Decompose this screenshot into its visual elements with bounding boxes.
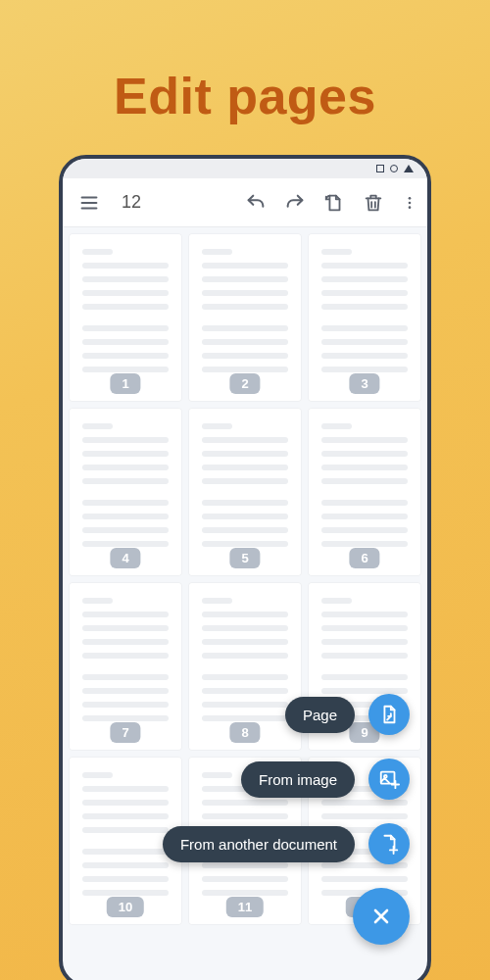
- add-from-document-label: From another document: [163, 826, 355, 862]
- fab-speed-dial: Page From image From another document: [163, 694, 410, 945]
- page-thumb[interactable]: 5: [188, 408, 302, 576]
- svg-point-6: [409, 201, 412, 204]
- menu-icon[interactable]: [78, 192, 100, 214]
- page-thumb[interactable]: 3: [308, 233, 421, 402]
- page-number: 7: [110, 722, 140, 743]
- page-thumb[interactable]: 1: [69, 233, 182, 402]
- page-thumb[interactable]: 6: [308, 408, 421, 576]
- promo-title: Edit pages: [0, 67, 490, 125]
- more-icon[interactable]: [402, 192, 417, 214]
- status-triangle-icon: [404, 165, 414, 172]
- page-number: 6: [349, 548, 379, 568]
- page-thumb[interactable]: 2: [188, 233, 302, 402]
- svg-point-7: [409, 206, 412, 209]
- add-from-image-button[interactable]: [368, 759, 410, 800]
- page-number: 2: [229, 373, 260, 394]
- status-bar: [63, 159, 427, 178]
- add-from-document-button[interactable]: [368, 823, 410, 864]
- page-number: 3: [349, 373, 379, 394]
- page-thumb[interactable]: 4: [69, 408, 182, 576]
- add-from-image-label: From image: [241, 761, 355, 798]
- delete-icon[interactable]: [363, 192, 384, 214]
- add-page-label: Page: [285, 697, 355, 733]
- page-number: 1: [110, 373, 140, 394]
- page-number: 4: [110, 548, 140, 568]
- device-frame: 12 1 2 3 4 5 6 7 8 9 10 11 12: [59, 155, 431, 980]
- app-toolbar: 12: [63, 178, 427, 227]
- add-blank-page-button[interactable]: [368, 694, 410, 735]
- status-square-icon: [376, 165, 384, 172]
- svg-point-5: [409, 197, 412, 200]
- rotate-page-icon[interactable]: [323, 192, 345, 214]
- page-count: 12: [122, 192, 141, 213]
- page-number: 10: [107, 897, 144, 917]
- page-number: 5: [229, 548, 260, 568]
- redo-icon[interactable]: [284, 192, 306, 214]
- fab-close-button[interactable]: [353, 888, 410, 945]
- undo-icon[interactable]: [245, 192, 267, 214]
- status-circle-icon: [390, 165, 398, 172]
